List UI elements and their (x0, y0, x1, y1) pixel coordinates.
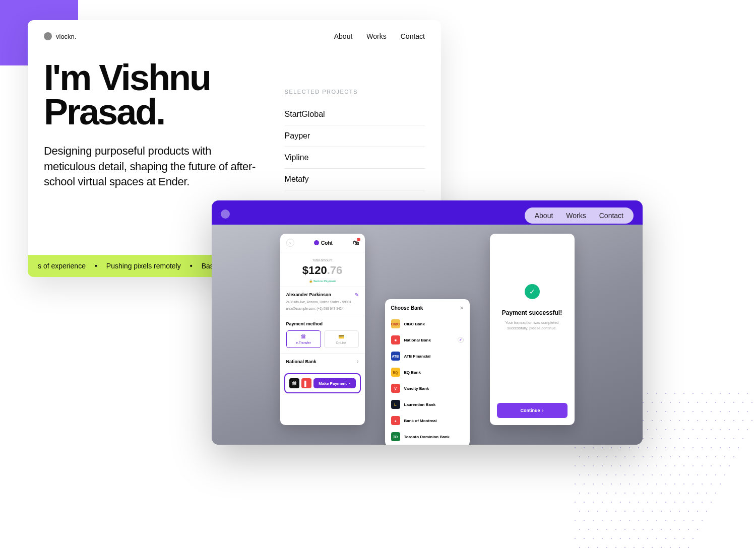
projects-label: SELECTED PROJECTS (285, 89, 425, 95)
customer-section: Alexander Parkinson ✎ 2438 6th Ave, Ariz… (280, 287, 365, 316)
bank-logo-icon: EQ (391, 368, 400, 377)
projects-panel: SELECTED PROJECTS StartGlobal Payper Vip… (285, 60, 425, 190)
continue-button[interactable]: Continue › (497, 403, 568, 418)
showcase-body: ‹ Coht 🛍 Total amount $120.76 Secure Pay… (212, 225, 643, 445)
bank-logo-icon: ■ (391, 335, 400, 344)
projects-list: StartGlobal Payper Vipline Metafy (285, 104, 425, 190)
nav-works[interactable]: Works (366, 32, 386, 40)
nav-works[interactable]: Works (566, 212, 586, 220)
nav: About Works Contact (334, 32, 425, 40)
bank-row[interactable]: ATBATB Financial (385, 348, 470, 364)
project-item[interactable]: Metafy (285, 169, 425, 190)
nav-about[interactable]: About (334, 32, 353, 40)
amount-dollars: $120 (302, 264, 327, 276)
project-item[interactable]: Vipline (285, 147, 425, 169)
chevron-right-icon: › (349, 381, 350, 386)
amount-section: Total amount $120.76 Secure Payment (280, 252, 365, 287)
nav-pill: About Works Contact (525, 207, 634, 224)
payment-method-label: Payment method (286, 321, 359, 326)
bank-row[interactable]: ■National Bank✓ (385, 332, 470, 348)
total-label: Total amount (280, 258, 365, 262)
address-line: 2438 6th Ave, Arizona, United States - 9… (286, 300, 359, 304)
brand-name: vlockn. (56, 33, 76, 40)
bank-name: Laurentian Bank (404, 402, 436, 407)
selected-check-icon: ✓ (458, 337, 464, 343)
ticker-dot-icon: • (95, 262, 97, 270)
bag-icon[interactable]: 🏛 (289, 378, 299, 388)
nav-contact[interactable]: Contact (599, 212, 623, 220)
amount-cents: .76 (327, 264, 343, 276)
success-subtitle: Your transaction was completed successfu… (497, 320, 568, 331)
pay-button-label: Make Payment (319, 381, 347, 386)
selected-bank-section[interactable]: National Bank › (280, 353, 365, 369)
hero-subtitle: Designing purposeful products with metic… (44, 144, 265, 190)
bank-row[interactable]: TDToronto Dominion Bank (385, 429, 470, 445)
ticker-item: Pushing pixels remotely (106, 262, 181, 270)
method-etransfer[interactable]: 🏛 e-Transfer (286, 330, 321, 348)
header: vlockn. About Works Contact (28, 20, 441, 40)
bank-icon: 🏛 (289, 334, 319, 339)
page-title: I'm Vishnu Prasad. (44, 60, 265, 129)
bank-row[interactable]: ●Bank of Montreal (385, 412, 470, 429)
payment-method-section: Payment method 🏛 e-Transfer 💳 OnLine (280, 316, 365, 353)
phone-checkout: ‹ Coht 🛍 Total amount $120.76 Secure Pay… (280, 234, 365, 425)
method-label: OnLine (327, 341, 356, 344)
make-payment-button[interactable]: Make Payment › (313, 378, 356, 388)
customer-name: Alexander Parkinson (286, 292, 332, 297)
project-item[interactable]: StartGlobal (285, 104, 425, 125)
brand[interactable]: vlockn. (44, 32, 76, 40)
bank-logo-icon: L (391, 400, 400, 409)
project-item[interactable]: Payper (285, 125, 425, 147)
back-button[interactable]: ‹ (286, 239, 294, 247)
success-title: Payment successful! (502, 309, 562, 316)
phone-choose-bank: Choose Bank ✕ CIBCCIBC Bank■National Ban… (385, 299, 470, 445)
bank-name: ATB Financial (404, 354, 431, 359)
hero: I'm Vishnu Prasad. Designing purposeful … (28, 40, 441, 190)
bank-name: Bank of Montreal (404, 419, 437, 423)
footer-actions: 🏛 ▌ Make Payment › (284, 373, 361, 393)
bank-list: CIBCCIBC Bank■National Bank✓ATBATB Finan… (385, 316, 470, 445)
bank-logo-icon: ● (391, 416, 400, 425)
contact-line: alex@example.com, (+1) 098 643 9424 (286, 306, 359, 311)
nav-contact[interactable]: Contact (401, 32, 425, 40)
bank-name: Toronto Dominion Bank (404, 435, 450, 439)
bank-row[interactable]: VVancity Bank (385, 380, 470, 396)
bank-name: Vancity Bank (404, 386, 429, 391)
bank-row[interactable]: LLaurentian Bank (385, 396, 470, 412)
ticker-item: s of experience (38, 262, 86, 270)
close-icon[interactable]: ✕ (460, 305, 464, 311)
cart-icon[interactable]: 🛍 (353, 239, 359, 246)
phone-header: ‹ Coht 🛍 (280, 234, 365, 252)
showcase-card: About Works Contact ‹ Coht 🛍 Total amoun… (212, 200, 643, 445)
logo-icon (314, 240, 319, 245)
chevron-right-icon: › (357, 359, 358, 364)
edit-icon[interactable]: ✎ (355, 292, 359, 298)
logo-text: Coht (321, 240, 333, 246)
continue-label: Continue (521, 408, 540, 413)
chevron-right-icon: › (542, 408, 544, 413)
check-icon: ✓ (525, 284, 540, 299)
method-online[interactable]: 💳 OnLine (324, 330, 359, 348)
cart-badge (357, 238, 360, 241)
selected-bank: National Bank (286, 359, 317, 364)
bank-name: EQ Bank (404, 370, 421, 375)
bank-row[interactable]: CIBCCIBC Bank (385, 316, 470, 332)
bank-name: National Bank (404, 338, 431, 342)
avatar (44, 32, 52, 40)
card-icon: 💳 (327, 334, 356, 339)
hero-left: I'm Vishnu Prasad. Designing purposeful … (44, 60, 265, 190)
bank-logo-icon: V (391, 384, 400, 393)
method-label: e-Transfer (289, 341, 319, 344)
nav-about[interactable]: About (535, 212, 553, 220)
bank-logo-icon: TD (391, 432, 400, 441)
app-logo: Coht (314, 240, 333, 246)
bank-row[interactable]: EQEQ Bank (385, 364, 470, 380)
bank-name: CIBC Bank (404, 322, 425, 326)
bank-logo-icon: ATB (391, 352, 400, 361)
avatar[interactable] (221, 210, 230, 219)
bank-logo-icon: CIBC (391, 319, 400, 328)
secure-badge: Secure Payment (280, 279, 365, 283)
flag-icon[interactable]: ▌ (301, 378, 311, 388)
amount: $120.76 (280, 264, 365, 277)
phone-success: ✓ Payment successful! Your transaction w… (490, 234, 575, 425)
